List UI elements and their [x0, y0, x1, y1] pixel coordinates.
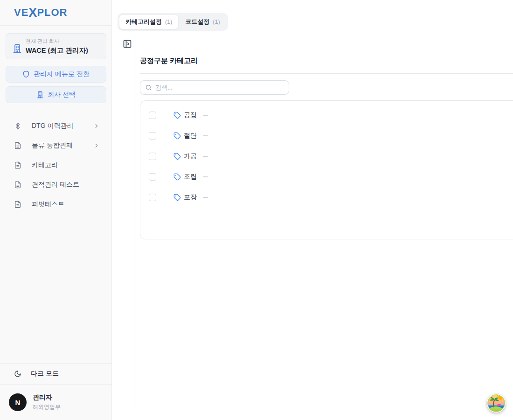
category-dash [203, 115, 208, 116]
sidebar-footer: 다크 모드 N 관리자 해외영업부 [0, 363, 112, 420]
title-divider [140, 73, 513, 74]
tag-icon [173, 194, 181, 201]
settings-tabs: 카테고리설정 (1) 코드설정 (1) [118, 13, 228, 31]
user-department: 해외영업부 [33, 403, 61, 411]
category-row[interactable]: 조립 [140, 167, 513, 187]
document-icon [14, 142, 21, 149]
logo-area: VEXPLOR [0, 0, 111, 26]
tab-count: (1) [213, 19, 220, 25]
avatar: N [9, 393, 27, 411]
tab-category-settings[interactable]: 카테고리설정 (1) [119, 14, 179, 29]
tab-count: (1) [165, 19, 172, 25]
switch-admin-menu-label: 관리자 메뉴로 전환 [34, 70, 90, 78]
category-dash [203, 135, 208, 137]
checkbox[interactable] [149, 132, 156, 140]
tag-icon [173, 173, 181, 181]
company-card-name: WACE (최고 관리자) [26, 46, 88, 55]
page-title: 공정구분 카테고리 [140, 56, 198, 65]
bluetooth-icon [14, 122, 21, 130]
document-icon [14, 181, 21, 189]
sidebar-item-quote-test[interactable]: 견적관리 테스트 [0, 175, 112, 195]
category-dash [203, 156, 208, 157]
chevron-right-icon [93, 142, 100, 149]
sidebar-item-dtg-history[interactable]: DTG 이력관리 [0, 116, 112, 136]
tag-icon [173, 132, 181, 140]
search-input[interactable] [155, 84, 284, 91]
tab-label: 코드설정 [185, 18, 209, 26]
sidebar-item-label: 견적관리 테스트 [32, 181, 100, 189]
sidebar-item-pivot-test[interactable]: 피벗테스트 [0, 195, 112, 214]
vexplor-logo: VEXPLOR [14, 6, 68, 20]
category-search [140, 80, 289, 95]
sidebar-item-label: 물류 통합관제 [32, 141, 93, 150]
checkbox[interactable] [149, 173, 156, 181]
category-list-panel: 공정 절단 가공 조립 포장 [140, 100, 513, 239]
category-label: 조립 [184, 173, 197, 181]
tag-icon [173, 153, 181, 160]
category-label: 가공 [184, 152, 197, 161]
sidebar-item-category[interactable]: 카테고리 [0, 155, 112, 175]
checkbox[interactable] [149, 153, 156, 160]
dark-mode-label: 다크 모드 [31, 370, 59, 378]
sidebar-item-label: DTG 이력관리 [32, 122, 93, 130]
sidebar-item-label: 피벗테스트 [32, 200, 100, 209]
sidebar-item-logistics[interactable]: 물류 통합관제 [0, 136, 112, 155]
user-profile[interactable]: N 관리자 해외영업부 [0, 384, 112, 420]
category-row[interactable]: 가공 [140, 146, 513, 167]
search-icon [145, 84, 152, 91]
category-label: 포장 [184, 193, 197, 202]
tab-label: 카테고리설정 [125, 18, 162, 26]
select-company-label: 회사 선택 [48, 91, 76, 99]
shield-icon [22, 70, 30, 78]
tropical-island-icon [487, 394, 506, 413]
panel-collapse-icon[interactable] [123, 39, 132, 49]
switch-admin-menu-button[interactable]: 관리자 메뉴로 전환 [6, 66, 106, 83]
user-name: 관리자 [33, 393, 61, 402]
document-icon [14, 201, 21, 208]
panel-divider [136, 35, 136, 414]
tag-icon [173, 112, 181, 119]
checkbox[interactable] [149, 112, 156, 119]
chevron-right-icon [93, 123, 100, 129]
moon-icon [14, 370, 21, 378]
building-icon [36, 91, 44, 98]
category-label: 공정 [184, 111, 197, 119]
document-icon [14, 161, 21, 169]
company-card-label: 현재 관리 회사 [26, 38, 88, 45]
category-dash [203, 176, 208, 178]
sidebar-nav: DTG 이력관리 물류 통합관제 카테고리 견적관리 테스트 [0, 116, 112, 214]
sidebar: VEXPLOR 현재 관리 회사 WACE (최고 관리자) 관리자 메뉴로 전… [0, 0, 112, 420]
category-row[interactable]: 절단 [140, 126, 513, 146]
dark-mode-toggle[interactable]: 다크 모드 [0, 363, 112, 384]
category-dash [203, 197, 208, 198]
building-icon [13, 44, 22, 53]
sidebar-item-label: 카테고리 [32, 161, 100, 169]
island-widget-button[interactable] [487, 394, 506, 413]
category-row[interactable]: 공정 [140, 105, 513, 126]
tab-code-settings[interactable]: 코드설정 (1) [179, 14, 226, 29]
select-company-button[interactable]: 회사 선택 [6, 86, 106, 103]
category-row[interactable]: 포장 [140, 187, 513, 208]
checkbox[interactable] [149, 194, 156, 201]
current-company-card: 현재 관리 회사 WACE (최고 관리자) [6, 33, 106, 59]
category-label: 절단 [184, 132, 197, 140]
